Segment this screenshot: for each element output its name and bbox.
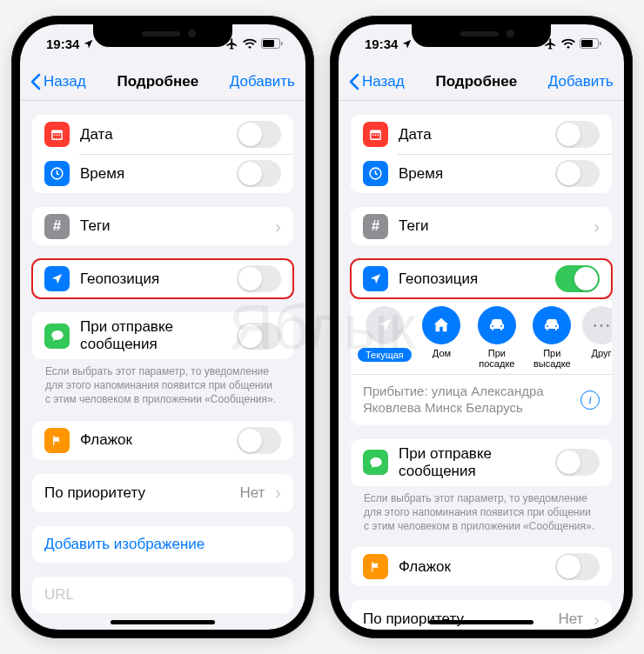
date-label: Дата bbox=[80, 126, 226, 143]
location-label: Геопозиция bbox=[399, 270, 545, 288]
message-icon bbox=[44, 324, 70, 349]
priority-row[interactable]: По приоритету Нет › bbox=[351, 600, 612, 630]
flag-row[interactable]: Флажок bbox=[32, 421, 293, 460]
svg-rect-16 bbox=[378, 135, 379, 136]
car-icon bbox=[478, 306, 516, 344]
priority-value: Нет bbox=[558, 611, 583, 628]
location-option-home[interactable]: Дом bbox=[417, 306, 466, 369]
svg-rect-2 bbox=[281, 42, 283, 45]
priority-value: Нет bbox=[239, 484, 265, 502]
on-message-row[interactable]: При отправке сообщения bbox=[32, 312, 293, 359]
on-message-label: При отправке сообщения bbox=[399, 445, 545, 480]
calendar-icon bbox=[44, 122, 70, 147]
svg-rect-7 bbox=[59, 135, 60, 136]
time-toggle[interactable] bbox=[555, 160, 600, 187]
location-toggle[interactable] bbox=[555, 265, 600, 292]
location-option-label: При посадке bbox=[472, 348, 521, 369]
svg-rect-10 bbox=[581, 40, 593, 47]
svg-rect-5 bbox=[54, 135, 55, 136]
flag-row[interactable]: Флажок bbox=[351, 547, 612, 586]
nav-title: Подробнее bbox=[117, 73, 198, 90]
priority-row[interactable]: По приоритету Нет › bbox=[32, 474, 293, 512]
flag-icon bbox=[363, 554, 388, 579]
priority-label: По приоритету bbox=[44, 484, 229, 502]
time-label: Время bbox=[399, 165, 545, 183]
wifi-icon bbox=[243, 38, 257, 49]
on-message-toggle[interactable] bbox=[555, 449, 600, 476]
location-option-get-in[interactable]: При посадке bbox=[472, 306, 521, 369]
time-toggle[interactable] bbox=[237, 160, 281, 187]
location-option-label: При высадке bbox=[527, 348, 577, 369]
car-icon bbox=[533, 306, 571, 344]
status-time: 19:34 bbox=[46, 37, 79, 51]
battery-icon bbox=[580, 38, 601, 49]
hash-icon: # bbox=[44, 214, 70, 239]
phone-right: 19:34 Назад Подробнее Добавить bbox=[330, 16, 633, 638]
clock-icon bbox=[363, 161, 388, 186]
back-label: Назад bbox=[362, 73, 405, 90]
add-image-row[interactable]: Добавить изображение bbox=[32, 526, 293, 563]
on-message-label: При отправке сообщения bbox=[80, 318, 226, 353]
home-indicator bbox=[111, 620, 215, 624]
location-label: Геопозиция bbox=[80, 270, 226, 288]
add-button[interactable]: Добавить bbox=[548, 73, 614, 90]
svg-rect-11 bbox=[600, 42, 601, 45]
time-row[interactable]: Время bbox=[32, 154, 293, 193]
back-label: Назад bbox=[44, 73, 86, 90]
home-indicator bbox=[429, 620, 533, 624]
svg-rect-13 bbox=[372, 133, 380, 138]
flag-label: Флажок bbox=[399, 558, 545, 576]
home-icon bbox=[422, 306, 460, 344]
location-icon bbox=[44, 266, 70, 291]
location-arrow-icon bbox=[83, 38, 94, 50]
back-button[interactable]: Назад bbox=[30, 73, 86, 90]
location-arrow-icon bbox=[366, 306, 404, 344]
notch bbox=[412, 24, 551, 47]
chevron-right-icon: › bbox=[275, 217, 281, 237]
location-option-other[interactable]: ⋯ Друг bbox=[582, 306, 612, 369]
tags-label: Теги bbox=[80, 217, 265, 235]
phone-left: 19:34 Назад Подробнее Добавить bbox=[11, 16, 314, 638]
hash-icon: # bbox=[363, 214, 388, 239]
time-row[interactable]: Время bbox=[351, 154, 612, 193]
on-message-toggle[interactable] bbox=[237, 323, 281, 350]
tags-label: Теги bbox=[399, 217, 583, 235]
nav-bar: Назад Подробнее Добавить bbox=[20, 63, 305, 101]
date-toggle[interactable] bbox=[555, 121, 600, 148]
date-toggle[interactable] bbox=[237, 121, 281, 148]
chevron-left-icon bbox=[30, 73, 41, 90]
location-option-current[interactable]: Текущая bbox=[358, 306, 412, 369]
chevron-right-icon: › bbox=[594, 610, 600, 630]
chevron-right-icon: › bbox=[594, 217, 600, 237]
date-row[interactable]: Дата bbox=[32, 115, 293, 154]
battery-icon bbox=[261, 38, 283, 49]
location-icon bbox=[363, 266, 388, 291]
nav-bar: Назад Подробнее Добавить bbox=[339, 63, 624, 101]
message-icon bbox=[363, 450, 388, 475]
location-row[interactable]: Геопозиция bbox=[32, 259, 293, 298]
date-row[interactable]: Дата bbox=[351, 115, 612, 154]
flag-label: Флажок bbox=[80, 431, 226, 449]
content: Дата Время # Теги › bbox=[20, 101, 305, 630]
location-toggle[interactable] bbox=[237, 265, 281, 292]
tags-row[interactable]: # Теги › bbox=[32, 207, 293, 245]
back-button[interactable]: Назад bbox=[349, 73, 405, 90]
location-row[interactable]: Геопозиция bbox=[351, 259, 612, 298]
info-icon[interactable]: i bbox=[580, 390, 600, 410]
on-message-row[interactable]: При отправке сообщения bbox=[351, 439, 612, 486]
arrival-text: Прибытие: улица Александра Яковлева Минс… bbox=[363, 384, 572, 417]
location-option-get-out[interactable]: При высадке bbox=[527, 306, 577, 369]
location-options-strip[interactable]: Текущая Дом При посадке bbox=[351, 298, 612, 374]
time-label: Время bbox=[80, 165, 226, 183]
flag-toggle[interactable] bbox=[237, 427, 281, 454]
flag-toggle[interactable] bbox=[555, 553, 600, 580]
date-label: Дата bbox=[399, 126, 545, 143]
tags-row[interactable]: # Теги › bbox=[351, 207, 612, 245]
add-button[interactable]: Добавить bbox=[230, 73, 295, 90]
url-input[interactable]: URL bbox=[32, 577, 293, 613]
flag-icon bbox=[44, 428, 70, 453]
wifi-icon bbox=[561, 38, 575, 49]
arrival-row[interactable]: Прибытие: улица Александра Яковлева Минс… bbox=[351, 374, 612, 425]
clock-icon bbox=[44, 161, 70, 186]
svg-rect-15 bbox=[375, 135, 376, 136]
